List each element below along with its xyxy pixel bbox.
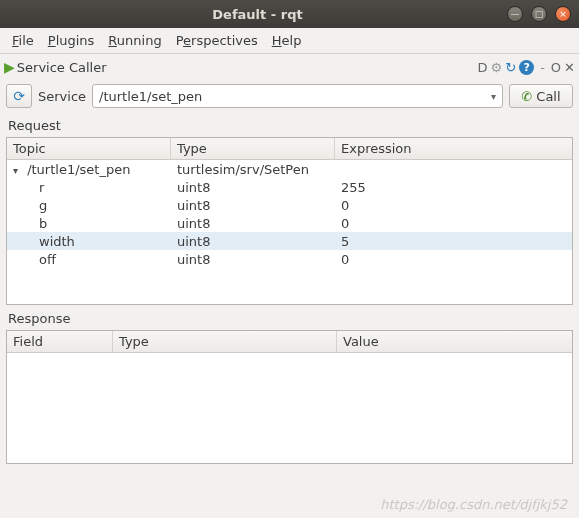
window-titlebar: Default - rqt — □ × [0,0,579,28]
table-row[interactable]: guint80 [7,196,572,214]
request-tree[interactable]: Topic Type Expression ▾ /turtle1/set_pen… [6,137,573,305]
window-minimize-button[interactable]: — [507,6,523,22]
service-combobox[interactable]: /turtle1/set_pen ▾ [92,84,503,108]
window-close-button[interactable]: × [555,6,571,22]
gear-icon[interactable]: ⚙ [491,60,503,75]
table-row[interactable]: ruint8255 [7,178,572,196]
table-row[interactable]: offuint80 [7,250,572,268]
cell-type: uint8 [171,198,335,213]
table-row[interactable]: buint80 [7,214,572,232]
help-icon[interactable]: ? [519,60,534,75]
window-title: Default - rqt [8,7,507,22]
plugin-header: ▶ Service Caller D ⚙ ↻ ? - O ✕ [0,54,579,80]
cell-topic: b [7,216,171,231]
cell-type: uint8 [171,234,335,249]
chevron-down-icon: ▾ [491,91,496,102]
menu-perspectives[interactable]: Perspectives [170,31,264,50]
expander-icon[interactable]: ▾ [13,165,23,176]
table-row[interactable]: ▾ /turtle1/set_penturtlesim/srv/SetPen [7,160,572,178]
request-tree-header: Topic Type Expression [7,138,572,160]
cell-topic: r [7,180,171,195]
response-header-type[interactable]: Type [113,331,337,352]
cell-topic: g [7,198,171,213]
response-label: Response [0,305,579,330]
table-row[interactable]: widthuint85 [7,232,572,250]
service-label: Service [38,89,86,104]
window-controls: — □ × [507,6,571,22]
response-header-field[interactable]: Field [7,331,113,352]
cell-expression[interactable]: 0 [335,216,572,231]
menu-help[interactable]: Help [266,31,308,50]
reload-icon[interactable]: ↻ [505,60,516,75]
separator: - [540,60,545,75]
close-plugin-icon[interactable]: ✕ [564,60,575,75]
cell-type: uint8 [171,180,335,195]
cell-topic: ▾ /turtle1/set_pen [7,162,171,177]
service-row: ⟳ Service /turtle1/set_pen ▾ ✆ Call [0,80,579,112]
dock-icon[interactable]: D [478,60,488,75]
plugin-arrow-icon: ▶ [4,59,15,75]
request-header-type[interactable]: Type [171,138,335,159]
request-tree-body: ▾ /turtle1/set_penturtlesim/srv/SetPenru… [7,160,572,268]
cell-type: uint8 [171,252,335,267]
cell-expression[interactable]: 0 [335,252,572,267]
maximize-plugin-icon[interactable]: O [551,60,561,75]
cell-expression[interactable]: 255 [335,180,572,195]
cell-expression[interactable]: 5 [335,234,572,249]
plugin-title: Service Caller [17,60,478,75]
cell-type: uint8 [171,216,335,231]
window-maximize-button[interactable]: □ [531,6,547,22]
menu-bar: File Plugins Running Perspectives Help [0,28,579,54]
call-button-label: Call [536,89,560,104]
response-header-value[interactable]: Value [337,331,572,352]
cell-expression[interactable]: 0 [335,198,572,213]
response-tree-header: Field Type Value [7,331,572,353]
watermark: https://blog.csdn.net/djfjkj52 [380,497,567,512]
phone-icon: ✆ [521,89,532,104]
menu-plugins[interactable]: Plugins [42,31,101,50]
service-combobox-value: /turtle1/set_pen [99,89,491,104]
request-label: Request [0,112,579,137]
refresh-icon: ⟳ [13,88,25,104]
cell-topic: width [7,234,171,249]
menu-running[interactable]: Running [102,31,167,50]
request-header-topic[interactable]: Topic [7,138,171,159]
cell-topic: off [7,252,171,267]
menu-file[interactable]: File [6,31,40,50]
response-tree[interactable]: Field Type Value [6,330,573,464]
refresh-button[interactable]: ⟳ [6,84,32,108]
call-button[interactable]: ✆ Call [509,84,573,108]
request-header-expression[interactable]: Expression [335,138,572,159]
cell-type: turtlesim/srv/SetPen [171,162,335,177]
plugin-header-controls: D ⚙ ↻ ? - O ✕ [478,60,575,75]
